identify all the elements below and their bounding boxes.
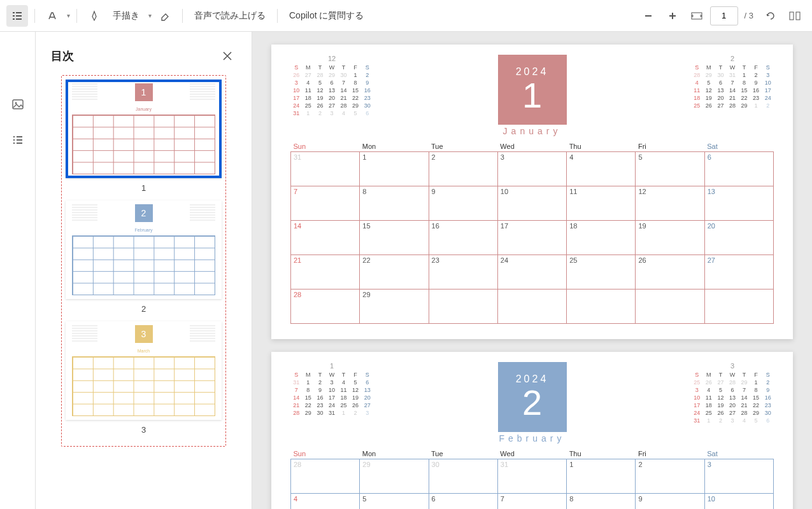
mini-calendar: 12SMTWTFS2627282930123456789101112131415… bbox=[290, 55, 373, 117]
calendar-cell: 9 bbox=[429, 186, 497, 221]
document-viewport[interactable]: 12SMTWTFS2627282930123456789101112131415… bbox=[252, 32, 812, 509]
calendar-cell: 28 bbox=[291, 459, 360, 494]
toc-panel: 目次 1 January 1 2 February 2 3 March 3 bbox=[36, 32, 252, 509]
calendar-cell: 17 bbox=[497, 221, 566, 255]
thumbnail[interactable]: 1 January 1 bbox=[66, 80, 222, 193]
calendar-cell: 13 bbox=[704, 186, 773, 221]
calendar-cell: 4 bbox=[291, 494, 360, 510]
calendar-cell: 23 bbox=[429, 255, 497, 289]
rotate-button[interactable] bbox=[760, 5, 781, 27]
image-tool-button[interactable] bbox=[6, 93, 29, 116]
calendar-cell: 8 bbox=[360, 186, 429, 221]
highlighter-button[interactable] bbox=[41, 5, 63, 27]
thumbnail-list: 1 January 1 2 February 2 3 March 3 bbox=[61, 75, 226, 447]
calendar-cell: 1 bbox=[360, 152, 429, 186]
mini-calendar: 1SMTWTFS31123456789101112131415161718192… bbox=[290, 362, 373, 417]
calendar-cell: 2 bbox=[429, 152, 497, 186]
separator bbox=[76, 9, 77, 23]
eraser-button[interactable] bbox=[154, 5, 176, 27]
calendar-cell: 20 bbox=[704, 221, 773, 255]
svg-rect-17 bbox=[17, 139, 22, 141]
svg-rect-5 bbox=[16, 18, 22, 20]
handwriting-label[interactable]: 手描き bbox=[108, 10, 145, 22]
calendar-cell: 22 bbox=[360, 255, 429, 289]
svg-rect-6 bbox=[645, 15, 652, 17]
calendar-cell: 26 bbox=[636, 255, 704, 289]
svg-rect-4 bbox=[13, 18, 15, 20]
calendar-cell: 12 bbox=[636, 186, 704, 221]
calendar-cell bbox=[497, 289, 566, 324]
calendar-cell: 28 bbox=[291, 289, 360, 324]
calendar-cell: 27 bbox=[704, 255, 773, 289]
svg-rect-1 bbox=[16, 12, 22, 13]
calendar-cell: 5 bbox=[360, 494, 429, 510]
svg-rect-3 bbox=[16, 15, 22, 17]
svg-rect-15 bbox=[17, 136, 22, 137]
copilot-button[interactable]: Copilot に質問する bbox=[284, 10, 369, 22]
calendar-cell: 2 bbox=[636, 459, 704, 494]
svg-rect-8 bbox=[672, 13, 673, 19]
separator bbox=[34, 9, 35, 23]
calendar-cell: 9 bbox=[636, 494, 704, 510]
svg-rect-10 bbox=[790, 12, 794, 20]
page-number-input[interactable] bbox=[710, 6, 738, 25]
thumbnail-label: 1 bbox=[66, 183, 222, 193]
calendar-cell: 16 bbox=[429, 221, 497, 255]
list-tool-button[interactable] bbox=[6, 129, 29, 151]
page-total-label: / 3 bbox=[744, 11, 753, 20]
calendar-cell: 14 bbox=[291, 221, 360, 255]
fit-width-button[interactable] bbox=[686, 5, 708, 27]
thumbnail-label: 2 bbox=[66, 304, 222, 314]
calendar-cell: 31 bbox=[291, 152, 360, 186]
month-block: 20241 bbox=[498, 55, 567, 125]
calendar-cell: 7 bbox=[497, 494, 566, 510]
calendar-cell: 10 bbox=[704, 494, 773, 510]
svg-rect-12 bbox=[13, 100, 23, 109]
calendar-cell bbox=[636, 289, 704, 324]
svg-rect-2 bbox=[13, 15, 15, 17]
month-name: January bbox=[498, 126, 567, 136]
calendar-cell: 8 bbox=[567, 494, 636, 510]
calendar-cell: 31 bbox=[497, 459, 566, 494]
close-button[interactable] bbox=[218, 47, 236, 65]
toc-title: 目次 bbox=[51, 48, 74, 64]
toc-button[interactable] bbox=[6, 5, 28, 27]
thumbnail[interactable]: 3 March 3 bbox=[66, 321, 222, 435]
svg-point-18 bbox=[13, 143, 14, 144]
thumbnail[interactable]: 2 February 2 bbox=[66, 200, 222, 314]
calendar-cell: 3 bbox=[704, 459, 773, 494]
calendar-cell: 1 bbox=[567, 459, 636, 494]
calendar-cell: 10 bbox=[497, 186, 566, 221]
calendar-grid: SunMonTueWedThuFriSat2829303112345678910 bbox=[290, 449, 774, 509]
separator bbox=[277, 9, 278, 23]
calendar-cell: 4 bbox=[567, 152, 636, 186]
calendar-cell bbox=[429, 289, 497, 324]
svg-point-14 bbox=[13, 136, 14, 137]
toolbar: ▾ 手描き ▾ 音声で読み上げる Copilot に質問する / 3 bbox=[0, 0, 812, 32]
calendar-cell: 18 bbox=[567, 221, 636, 255]
mini-calendar: 2SMTWTFS28293031123456789101112131415161… bbox=[691, 55, 774, 109]
pdf-page: 1SMTWTFS31123456789101112131415161718192… bbox=[271, 352, 793, 509]
calendar-cell: 25 bbox=[567, 255, 636, 289]
read-aloud-button[interactable]: 音声で読み上げる bbox=[189, 10, 271, 22]
chevron-down-icon[interactable]: ▾ bbox=[67, 12, 70, 19]
calendar-grid: SunMonTueWedThuFriSat3112345678910111213… bbox=[290, 141, 774, 324]
mini-calendar: 3SMTWTFS25262728291234567891011121314151… bbox=[691, 362, 774, 424]
thumbnail-label: 3 bbox=[66, 425, 222, 435]
svg-point-13 bbox=[15, 102, 17, 104]
page-view-button[interactable] bbox=[784, 5, 806, 27]
svg-point-16 bbox=[13, 139, 14, 141]
svg-rect-0 bbox=[13, 12, 15, 13]
pdf-page: 12SMTWTFS2627282930123456789101112131415… bbox=[271, 45, 793, 339]
zoom-in-button[interactable] bbox=[662, 5, 683, 27]
calendar-cell: 21 bbox=[291, 255, 360, 289]
pen-button[interactable] bbox=[83, 5, 105, 27]
svg-rect-19 bbox=[17, 143, 22, 144]
zoom-out-button[interactable] bbox=[637, 5, 659, 27]
calendar-cell: 30 bbox=[429, 459, 497, 494]
month-name: February bbox=[498, 433, 567, 443]
chevron-down-icon[interactable]: ▾ bbox=[148, 12, 152, 19]
separator bbox=[182, 9, 183, 23]
month-block: 20242 bbox=[498, 362, 567, 432]
calendar-cell bbox=[567, 289, 636, 324]
